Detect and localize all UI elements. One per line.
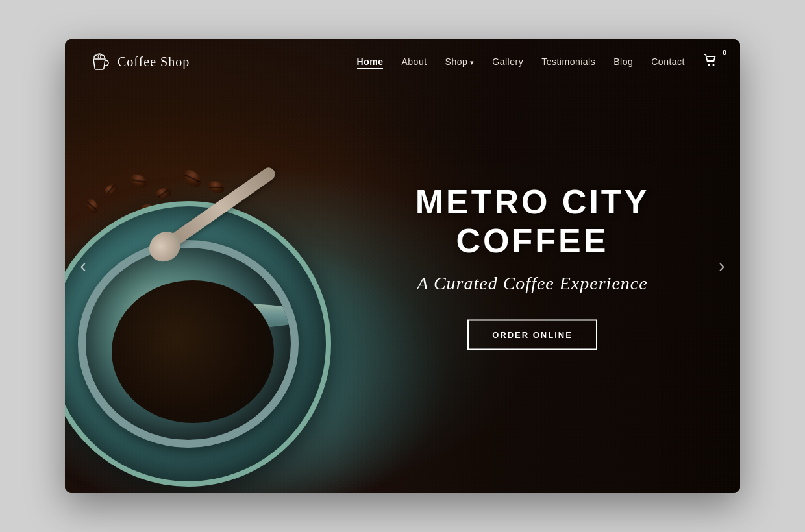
carousel-next-button[interactable]: › (710, 254, 734, 278)
logo-icon (88, 50, 111, 73)
chevron-left-icon: ‹ (80, 256, 86, 276)
svg-point-0 (98, 54, 101, 58)
svg-point-2 (713, 64, 715, 66)
hero-content: METRO CITY COFFEE A Curated Coffee Exper… (370, 182, 695, 350)
hero-subtitle: A Curated Coffee Experience (370, 273, 695, 294)
nav-item-gallery[interactable]: Gallery (492, 56, 523, 67)
nav-item-about[interactable]: About (401, 56, 427, 67)
nav-item-cart[interactable]: 0 (703, 54, 717, 70)
nav-links: Home About Shop Gallery Testimonials Blo… (357, 54, 717, 70)
svg-point-1 (708, 64, 710, 66)
nav-item-shop[interactable]: Shop (445, 56, 475, 67)
cart-button[interactable]: 0 (703, 54, 717, 70)
nav-item-testimonials[interactable]: Testimonials (541, 56, 595, 67)
nav-link-gallery[interactable]: Gallery (492, 56, 523, 67)
nav-link-testimonials[interactable]: Testimonials (541, 56, 595, 67)
nav-link-home[interactable]: Home (357, 56, 384, 69)
main-nav: Coffee Shop Home About Shop Gallery Test… (65, 39, 740, 84)
nav-item-contact[interactable]: Contact (651, 56, 685, 67)
hero-section: Coffee Shop Home About Shop Gallery Test… (65, 39, 740, 493)
nav-link-contact[interactable]: Contact (651, 56, 685, 67)
carousel-prev-button[interactable]: ‹ (71, 254, 95, 278)
order-online-button[interactable]: ORDER ONLINE (467, 320, 597, 350)
nav-link-about[interactable]: About (401, 56, 427, 67)
nav-link-shop[interactable]: Shop (445, 56, 475, 67)
hero-title: METRO CITY COFFEE (370, 182, 695, 260)
logo-link[interactable]: Coffee Shop (88, 50, 190, 73)
nav-link-blog[interactable]: Blog (613, 56, 633, 67)
cart-badge: 0 (723, 49, 726, 56)
nav-item-home[interactable]: Home (357, 56, 384, 67)
chevron-right-icon: › (719, 256, 724, 276)
browser-window: Coffee Shop Home About Shop Gallery Test… (65, 39, 740, 493)
nav-item-blog[interactable]: Blog (613, 56, 633, 67)
logo-text: Coffee Shop (118, 54, 190, 69)
